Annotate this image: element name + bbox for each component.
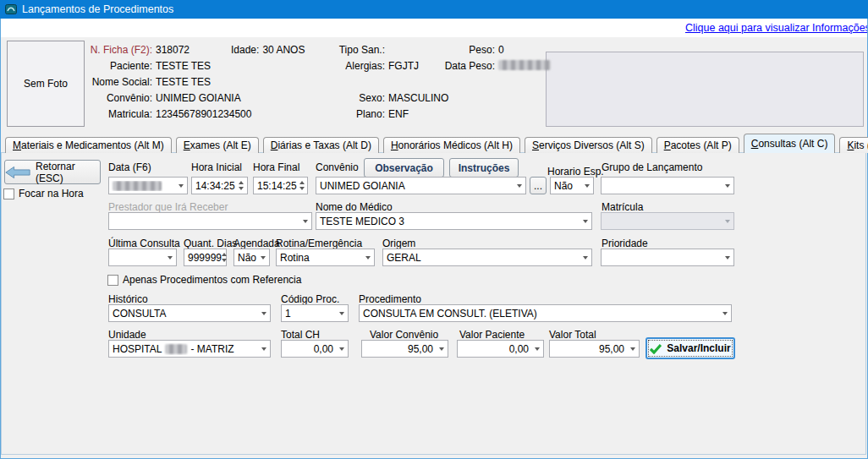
plano-row: Plano: ENF (326, 108, 409, 120)
dropdown-arrow-icon (721, 184, 733, 188)
hora-inicial-spinner[interactable]: 14:34:25 (191, 177, 248, 194)
tab-kits[interactable]: Kits (Alt K) (839, 137, 868, 153)
convenio-row: Convênio: UNIMED GOIANIA (83, 92, 241, 104)
checkbox-icon (107, 275, 118, 286)
dropdown-arrow-icon (513, 184, 525, 188)
dropdown-arrow-icon (530, 347, 543, 351)
check-icon (650, 343, 662, 354)
horario-esp-combobox[interactable]: Não (550, 177, 594, 194)
dropdown-arrow-icon (361, 256, 374, 260)
app-icon (5, 3, 17, 15)
procedure-entry-window: Lançamentos de Procedimentos Clique aqui… (0, 0, 868, 459)
tipo-san-row: Tipo San.: (326, 44, 388, 56)
dropdown-arrow-icon (579, 256, 591, 260)
tab-bar: Materiais e Medicamentos (Alt M) Exames … (5, 134, 868, 153)
dropdown-arrow-icon (174, 184, 187, 188)
ficha-value: 318072 (156, 44, 190, 56)
valor-paciente-field[interactable]: 0,00 (457, 340, 544, 358)
valor-convenio-field[interactable]: 95,00 (361, 340, 448, 358)
data-peso-redacted-value (498, 60, 551, 70)
photo-placeholder: Sem Foto (7, 41, 85, 127)
procedimento-label: Procedimento (359, 293, 421, 305)
nome-social-value: TESTE TES (156, 76, 211, 88)
unidade-combobox[interactable]: HOSPITAL - MATRIZ (108, 340, 271, 358)
dropdown-arrow-icon (299, 220, 311, 223)
valor-paciente-label: Valor Paciente (459, 329, 525, 341)
tab-servicos-diversos[interactable]: Serviços Diversos (Alt S) (525, 137, 652, 153)
unidade-redacted-value (165, 344, 187, 354)
ficha-row: N. Ficha (F2): 318072 (83, 44, 190, 56)
convenio-combobox[interactable]: UNIMED GOIANIA (316, 177, 526, 194)
paciente-value: TESTE TES (156, 60, 211, 72)
spinner-updown-icon[interactable] (235, 178, 247, 194)
convenio-label: Convênio: (83, 92, 152, 104)
historico-label: Histórico (108, 293, 148, 305)
data-redacted-value (113, 181, 162, 191)
ultima-consulta-combobox[interactable] (108, 249, 177, 266)
ultima-consulta-label: Última Consulta (108, 238, 180, 249)
paciente-label: Paciente: (83, 60, 152, 72)
grupo-lancamento-combobox[interactable] (601, 177, 734, 194)
matricula-label: Matricula: (83, 108, 152, 120)
focar-na-hora-checkbox[interactable]: Focar na Hora (3, 188, 84, 199)
prestador-combobox[interactable] (108, 212, 312, 230)
alergias-value: FGJTJ (388, 60, 419, 72)
sexo-label: Sexo: (326, 92, 385, 104)
patient-info-link[interactable]: Clique aqui para visualizar Informações … (685, 22, 867, 34)
rotina-emergencia-combobox[interactable]: Rotina (276, 249, 375, 266)
data-combobox[interactable] (108, 177, 188, 194)
tab-honorarios-medicos[interactable]: Honorários Médicos (Alt H) (383, 137, 520, 153)
peso-value: 0 (498, 44, 504, 56)
tab-consultas[interactable]: Consultas (Alt C) (744, 134, 836, 153)
alergias-label: Alergias: (326, 60, 385, 72)
salvar-incluir-button[interactable]: Salvar/Incluir (646, 337, 735, 359)
peso-label: Peso: (427, 44, 495, 56)
dropdown-arrow-icon (721, 256, 733, 260)
alergias-row: Alergias: FGJTJ (326, 60, 419, 72)
agendada-combobox[interactable]: Não (233, 249, 270, 266)
agendada-label: Agendada (233, 238, 280, 249)
codigo-proc-combobox[interactable]: 1 (281, 304, 349, 322)
hora-final-spinner[interactable]: 15:14:25 (253, 177, 308, 194)
hora-final-label: Hora Final (253, 161, 299, 173)
observacao-button[interactable]: Observação (364, 158, 444, 178)
matricula-combobox (601, 212, 734, 230)
nome-social-label: Nome Social: (83, 76, 152, 88)
tab-materiais-e-medicamentos[interactable]: Materiais e Medicamentos (Alt M) (5, 137, 172, 153)
procedimento-combobox[interactable]: CONSULTA EM CONSULT. (ELETIVA) (359, 304, 732, 322)
dropdown-arrow-icon (257, 312, 270, 315)
valor-convenio-label: Valor Convênio (370, 329, 438, 341)
dropdown-arrow-icon (721, 220, 733, 223)
dropdown-arrow-icon (718, 312, 731, 315)
apenas-referencia-checkbox[interactable]: Apenas Procedimentos com Referencia (107, 274, 301, 286)
idade-label: Idade: (231, 44, 259, 56)
instrucoes-button[interactable]: Instruções (449, 158, 519, 178)
hora-inicial-label: Hora Inicial (191, 161, 242, 173)
patient-side-panel (546, 52, 864, 127)
quant-dias-spinner[interactable]: 999999 (184, 249, 227, 266)
historico-combobox[interactable]: CONSULTA (108, 304, 271, 322)
horario-esp-label: Horario Esp. (547, 166, 604, 178)
dropdown-arrow-icon (435, 347, 448, 351)
origem-combobox[interactable]: GERAL (382, 249, 592, 266)
total-ch-field[interactable]: 0,00 (281, 340, 349, 358)
unidade-label: Unidade (108, 329, 146, 341)
origem-label: Origem (382, 238, 415, 249)
spinner-updown-icon[interactable] (222, 249, 227, 265)
nome-medico-combobox[interactable]: TESTE MEDICO 3 (316, 212, 592, 230)
tab-diarias-e-taxas[interactable]: Diárias e Taxas (Alt D) (263, 137, 379, 153)
title-bar: Lançamentos de Procedimentos (0, 0, 868, 19)
data-peso-label: Data Peso: (427, 60, 495, 72)
total-ch-label: Total CH (281, 329, 320, 341)
prioridade-combobox[interactable] (601, 249, 734, 266)
rotina-emergencia-label: Rotina/Emergência (276, 238, 362, 249)
tab-pacotes[interactable]: Pacotes (Alt P) (656, 137, 739, 153)
spinner-updown-icon[interactable] (297, 178, 307, 194)
plano-label: Plano: (326, 108, 385, 120)
nome-social-row: Nome Social: TESTE TES (83, 76, 211, 88)
tab-exames[interactable]: Exames (Alt E) (176, 137, 259, 153)
retornar-button[interactable]: Retornar (ESC) (4, 160, 101, 184)
prioridade-label: Prioridade (602, 238, 648, 249)
convenio-more-button[interactable]: ... (530, 177, 547, 194)
valor-total-field[interactable]: 95,00 (549, 340, 640, 358)
